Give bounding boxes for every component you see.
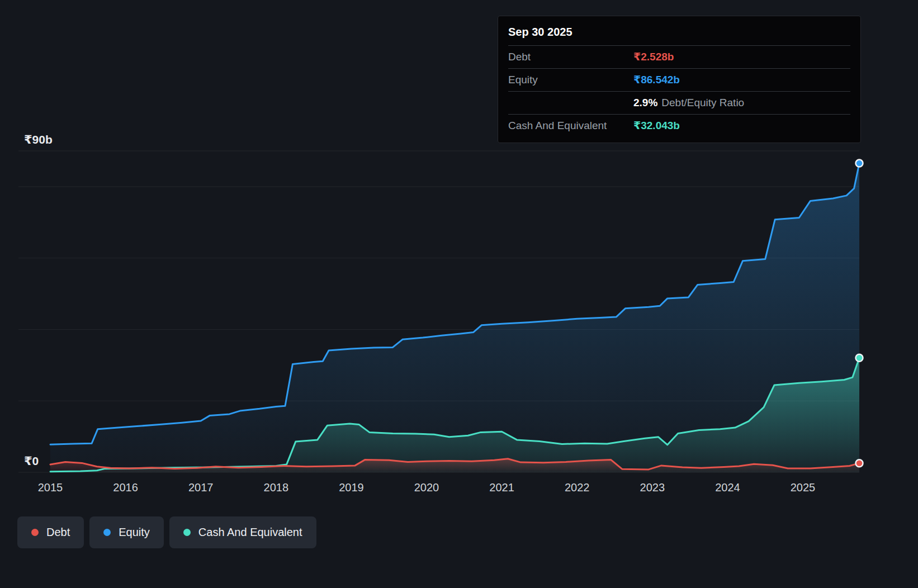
endpoint-cash	[856, 354, 863, 362]
cash-label: Cash And Equivalent	[508, 118, 633, 133]
x-axis-label: 2021	[489, 481, 514, 494]
equity-swatch-icon	[103, 529, 111, 536]
x-axis-label: 2016	[113, 481, 138, 494]
y-axis-label: ₹0	[24, 454, 39, 467]
debt-label: Debt	[508, 50, 633, 64]
ratio-value: 2.9%	[633, 97, 657, 108]
debt-value: ₹2.528b	[633, 50, 674, 64]
chart-legend: Debt Equity Cash And Equivalent	[17, 516, 316, 548]
tooltip-row-debt: Debt ₹2.528b	[508, 46, 850, 69]
chart-tooltip: Sep 30 2025 Debt ₹2.528b Equity ₹86.542b…	[498, 16, 861, 143]
x-axis-label: 2020	[414, 481, 439, 494]
x-axis-label: 2019	[339, 481, 364, 494]
x-axis-label: 2018	[264, 481, 289, 494]
tooltip-row-ratio: 2.9%Debt/Equity Ratio	[508, 92, 850, 115]
x-axis-label: 2017	[188, 481, 214, 494]
equity-value: ₹86.542b	[633, 73, 680, 87]
legend-label-equity: Equity	[119, 526, 150, 539]
financial-position-chart-screen: ₹90b₹02015201620172018201920202021202220…	[0, 0, 918, 588]
x-axis-label: 2023	[640, 481, 665, 494]
ratio-label: Debt/Equity Ratio	[661, 97, 744, 108]
y-axis-label: ₹90b	[24, 133, 53, 146]
legend-label-debt: Debt	[46, 526, 70, 539]
endpoint-equity	[856, 160, 863, 167]
equity-label: Equity	[508, 73, 633, 87]
debt-swatch-icon	[31, 529, 39, 536]
legend-label-cash: Cash And Equivalent	[198, 526, 302, 539]
legend-item-debt[interactable]: Debt	[17, 516, 84, 548]
ratio-text: 2.9%Debt/Equity Ratio	[633, 96, 744, 110]
tooltip-date: Sep 30 2025	[508, 21, 850, 46]
x-axis-label: 2022	[565, 481, 590, 494]
tooltip-row-equity: Equity ₹86.542b	[508, 69, 850, 92]
x-axis-label: 2024	[715, 481, 740, 494]
legend-item-cash[interactable]: Cash And Equivalent	[169, 516, 316, 548]
x-axis-label: 2015	[38, 481, 63, 494]
cash-swatch-icon	[183, 529, 191, 536]
tooltip-row-cash: Cash And Equivalent ₹32.043b	[508, 115, 850, 137]
endpoint-debt	[856, 459, 863, 467]
legend-item-equity[interactable]: Equity	[89, 516, 164, 548]
x-axis-label: 2025	[791, 481, 816, 494]
cash-value: ₹32.043b	[633, 118, 680, 133]
